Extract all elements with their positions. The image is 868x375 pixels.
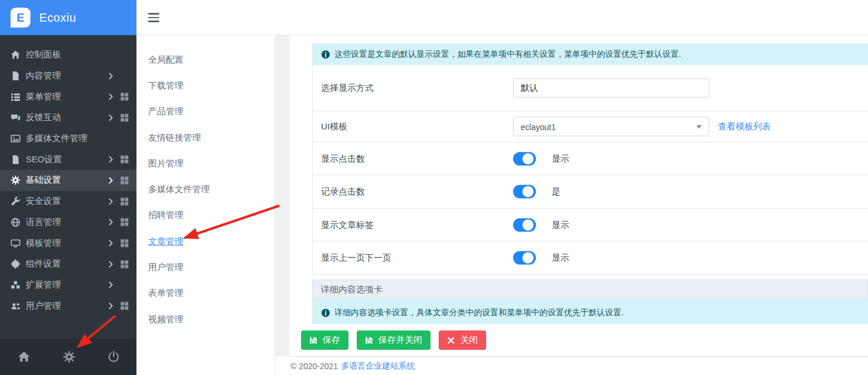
submenu-item-product-mgmt[interactable]: 产品管理 — [136, 99, 275, 125]
grid-shortcut-icon[interactable] — [120, 197, 129, 206]
sidebar: E Ecoxiu 控制面板 内容管理 菜单管理 反馈互动 — [0, 0, 136, 375]
main-content: 这些设置是文章的默认显示设置，如果在菜单项中有相关设置，菜单项中的设置优先于默认… — [289, 35, 868, 375]
submenu-item-friend-links-mgmt[interactable]: 友情链接管理 — [136, 125, 275, 151]
button-label: 保存 — [323, 335, 340, 346]
gear-icon — [11, 175, 20, 185]
form-row-show-article-tags: 显示文章标签 显示 — [313, 209, 868, 241]
submenu-item-article-mgmt[interactable]: 文章管理 — [136, 229, 275, 254]
form-row-ui-template: UI模板 eclayout1 查看模板列表 — [313, 111, 868, 142]
sidebar-item-label: 菜单管理 — [26, 91, 61, 103]
sidebar-item-template-mgmt[interactable]: 模板管理 — [0, 233, 136, 254]
record-clicks-toggle[interactable] — [513, 185, 536, 199]
page-footer: © 2020-2021 多语言企业建站系统 — [289, 356, 868, 375]
button-label: 关闭 — [460, 335, 478, 346]
cubes-icon — [11, 280, 20, 290]
sidebar-item-security-settings[interactable]: 安全设置 — [0, 191, 136, 212]
grid-shortcut-icon[interactable] — [120, 155, 129, 164]
image-icon — [11, 134, 20, 144]
grid-shortcut-icon[interactable] — [120, 302, 129, 311]
home-icon — [11, 50, 20, 60]
close-icon — [447, 336, 455, 345]
info-circle-icon — [321, 308, 330, 318]
field-label: 显示上一页下一页 — [321, 253, 391, 264]
show-clicks-toggle[interactable] — [513, 152, 536, 165]
power-icon[interactable] — [107, 350, 120, 363]
file-icon — [11, 71, 20, 81]
grid-shortcut-icon[interactable] — [120, 93, 129, 101]
wrench-icon — [11, 196, 20, 206]
submenu-item-video-mgmt[interactable]: 视频管理 — [136, 306, 275, 332]
file-icon — [11, 155, 20, 165]
sidebar-item-extension-mgmt[interactable]: 扩展管理 — [0, 275, 136, 296]
sidebar-item-label: 模板管理 — [26, 238, 61, 249]
sidebar-item-label: 语言管理 — [26, 217, 61, 228]
grid-shortcut-icon[interactable] — [120, 239, 129, 248]
sidebar-item-dashboard[interactable]: 控制面板 — [0, 45, 136, 66]
toggle-knob — [522, 253, 534, 264]
submenu-item-download-mgmt[interactable]: 下载管理 — [136, 73, 275, 98]
chevron-right-icon — [108, 198, 113, 205]
submenu-item-form-mgmt[interactable]: 表单管理 — [136, 281, 275, 306]
home-footer-icon[interactable] — [18, 350, 30, 363]
sidebar-item-label: SEO设置 — [26, 154, 62, 165]
comments-icon — [11, 112, 20, 122]
display-mode-input[interactable] — [513, 79, 709, 98]
save-and-close-button[interactable]: 保存并关闭 — [357, 330, 430, 350]
field-label: 显示点击数 — [321, 153, 365, 164]
chevron-right-icon — [108, 261, 113, 268]
grid-shortcut-icon[interactable] — [120, 176, 129, 185]
toggle-state-label: 是 — [552, 186, 561, 197]
show-prev-next-toggle[interactable] — [513, 251, 536, 265]
form-row-record-clicks: 记录点击数 是 — [313, 175, 868, 209]
show-article-tags-toggle[interactable] — [513, 218, 536, 231]
chevron-right-icon — [108, 281, 113, 288]
brand-header[interactable]: E Ecoxiu — [0, 0, 136, 35]
sidebar-item-content-mgmt[interactable]: 内容管理 — [0, 66, 136, 87]
submenu-item-media-file-mgmt[interactable]: 多媒体文件管理 — [136, 176, 275, 202]
chevron-right-icon — [108, 114, 113, 121]
sidebar-item-label: 多媒体文件管理 — [26, 133, 87, 144]
sidebar-item-menu-mgmt[interactable]: 菜单管理 — [0, 86, 136, 107]
save-button[interactable]: 保存 — [301, 330, 348, 350]
sidebar-item-label: 安全设置 — [26, 196, 61, 207]
sidebar-item-language-mgmt[interactable]: 语言管理 — [0, 212, 136, 233]
save-icon — [365, 336, 373, 345]
save-icon — [309, 336, 317, 345]
field-label: 显示文章标签 — [321, 219, 374, 230]
toggle-knob — [522, 186, 534, 197]
submenu-item-recruitment-mgmt[interactable]: 招聘管理 — [136, 203, 275, 229]
submenu-item-user-mgmt[interactable]: 用户管理 — [136, 254, 275, 280]
button-label: 保存并关闭 — [378, 335, 422, 346]
grid-shortcut-icon[interactable] — [120, 113, 129, 122]
field-label: UI模板 — [321, 121, 347, 132]
sidebar-item-feedback[interactable]: 反馈互动 — [0, 107, 136, 128]
puzzle-icon — [11, 259, 20, 269]
toggle-state-label: 显示 — [552, 253, 569, 264]
select-value: eclayout1 — [521, 122, 556, 131]
sidebar-item-media-files[interactable]: 多媒体文件管理 — [0, 128, 136, 149]
sidebar-item-basic-settings[interactable]: 基础设置 — [0, 170, 136, 191]
grid-shortcut-icon[interactable] — [120, 218, 129, 227]
footer-system-link[interactable]: 多语言企业建站系统 — [341, 361, 415, 371]
view-template-list-link[interactable]: 查看模板列表 — [718, 121, 771, 132]
form-row-display-mode: 选择显示方式 — [313, 65, 868, 111]
desktop-icon — [11, 238, 20, 248]
close-button[interactable]: 关闭 — [439, 330, 486, 350]
info-circle-icon — [321, 50, 330, 59]
sidebar-item-user-mgmt[interactable]: 用户管理 — [0, 295, 136, 316]
alert-text: 详细内容选项卡设置，具体文章分类中的设置和菜单项中的设置优先于默认设置. — [334, 308, 624, 318]
submenu-scrollbar[interactable] — [275, 35, 289, 356]
submenu-item-image-mgmt[interactable]: 图片管理 — [136, 151, 275, 176]
grid-shortcut-icon[interactable] — [120, 260, 129, 268]
sidebar-item-seo-settings[interactable]: SEO设置 — [0, 149, 136, 170]
form-row-show-clicks: 显示点击数 显示 — [313, 142, 868, 175]
info-alert-top: 这些设置是文章的默认显示设置，如果在菜单项中有相关设置，菜单项中的设置优先于默认… — [312, 43, 868, 65]
submenu-item-global-config[interactable]: 全局配置 — [136, 47, 275, 73]
sidebar-toggle-hamburger-icon[interactable] — [148, 13, 159, 22]
topbar — [136, 0, 868, 35]
sidebar-item-label: 控制面板 — [26, 49, 61, 60]
toggle-state-label: 显示 — [552, 219, 569, 230]
ui-template-select[interactable]: eclayout1 — [513, 117, 709, 137]
sidebar-item-component-settings[interactable]: 组件设置 — [0, 254, 136, 275]
gear-footer-icon[interactable] — [63, 350, 76, 363]
